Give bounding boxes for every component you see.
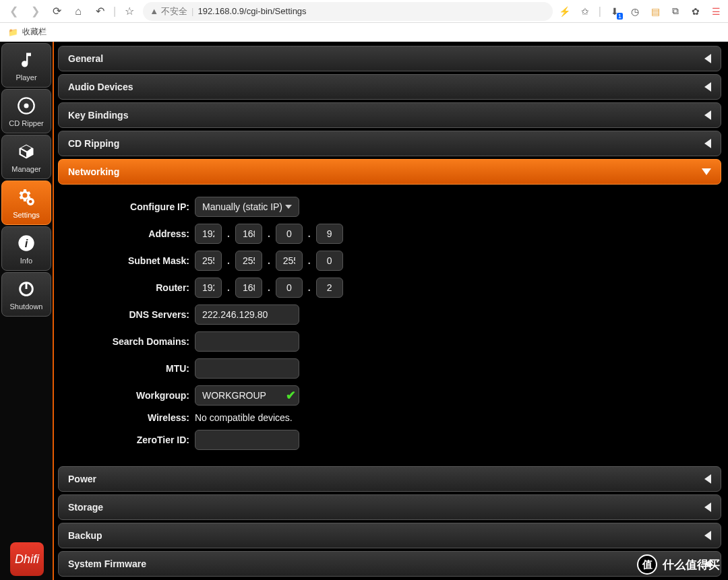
router-label: Router:: [58, 282, 189, 293]
chevron-down-icon: [285, 205, 292, 209]
collapse-icon: [704, 54, 711, 63]
section-networking[interactable]: Networking: [58, 159, 721, 185]
wireless-label: Wireless:: [58, 412, 189, 423]
forward-button[interactable]: ❯: [27, 3, 43, 20]
router-oct-3[interactable]: [276, 278, 303, 298]
address-label: Address:: [58, 228, 189, 239]
screenshot-icon[interactable]: ⧉: [669, 5, 682, 18]
address-oct-4[interactable]: [316, 224, 343, 244]
note-icon[interactable]: ▤: [648, 5, 662, 18]
svg-point-3: [29, 200, 32, 203]
flash-icon[interactable]: ⚡: [558, 5, 572, 18]
bookmarks-folder[interactable]: 收藏栏: [22, 26, 47, 38]
download-icon[interactable]: ⬇1: [608, 5, 621, 18]
section-title: Key Bindings: [68, 110, 128, 121]
networking-form: Configure IP: Manually (static IP) Addre…: [58, 187, 721, 463]
svg-point-1: [24, 104, 29, 108]
menu-icon[interactable]: ☰: [709, 5, 723, 18]
rail-label: Settings: [13, 211, 40, 219]
select-value: Manually (static IP): [202, 201, 282, 212]
section-title: General: [68, 53, 103, 64]
download-count-badge: 1: [617, 13, 623, 20]
dns-input[interactable]: [195, 304, 299, 325]
section-title: Backup: [68, 530, 102, 541]
bookmarks-bar: 📁 收藏栏: [0, 23, 728, 42]
collapse-icon: [704, 531, 711, 540]
undo-nav-button[interactable]: ↶: [92, 3, 108, 20]
section-backup[interactable]: Backup: [58, 523, 721, 548]
home-button[interactable]: ⌂: [70, 3, 86, 20]
section-audio-devices[interactable]: Audio Devices: [58, 74, 721, 100]
section-cd-ripping[interactable]: CD Ripping: [58, 131, 721, 156]
section-title: System Firmware: [68, 558, 146, 569]
mtu-label: MTU:: [58, 363, 189, 374]
dot-sep: .: [268, 228, 270, 239]
router-oct-2[interactable]: [235, 278, 262, 298]
collapse-icon: [704, 110, 711, 120]
section-power[interactable]: Power: [58, 466, 721, 492]
subnet-oct-3[interactable]: [276, 251, 303, 271]
collapse-icon: [704, 503, 711, 512]
configure-ip-label: Configure IP:: [58, 201, 189, 212]
dot-sep: .: [268, 255, 270, 266]
extensions-icon[interactable]: ✿: [689, 5, 702, 18]
zerotier-input[interactable]: [195, 430, 299, 450]
rail-settings[interactable]: Settings: [1, 181, 51, 225]
left-rail: Player CD Ripper Manager Settings i Info…: [0, 42, 54, 580]
collapse-icon: [704, 82, 711, 92]
watermark: 值 什么值得买: [637, 554, 720, 575]
rail-player[interactable]: Player: [1, 43, 51, 88]
section-title: Networking: [68, 166, 119, 177]
search-domains-input[interactable]: [195, 331, 299, 352]
rail-shutdown[interactable]: Shutdown: [1, 272, 51, 317]
router-oct-1[interactable]: [195, 278, 222, 298]
browser-nav-bar: ❮ ❯ ⟳ ⌂ ↶ | ☆ ▲不安全 | 192.168.0.9/cgi-bin…: [0, 0, 728, 23]
section-general[interactable]: General: [58, 46, 721, 71]
gear-icon: [16, 187, 37, 208]
address-bar[interactable]: ▲不安全 | 192.168.0.9/cgi-bin/Settings: [143, 2, 553, 21]
info-icon: i: [16, 232, 37, 254]
subnet-oct-4[interactable]: [316, 251, 343, 271]
section-system-firmware[interactable]: System Firmware: [58, 551, 721, 577]
dot-sep: .: [268, 282, 270, 293]
url-text: 192.168.0.9/cgi-bin/Settings: [198, 6, 306, 16]
section-storage[interactable]: Storage: [58, 494, 721, 520]
mtu-input[interactable]: [195, 358, 299, 379]
music-note-icon: [16, 49, 37, 71]
favorite-add-icon[interactable]: ✩: [578, 5, 592, 18]
section-title: Power: [68, 474, 96, 484]
dot-sep: .: [308, 282, 311, 293]
insecure-label: 不安全: [161, 5, 187, 18]
address-oct-3[interactable]: [276, 224, 303, 244]
rail-manager[interactable]: Manager: [1, 135, 51, 179]
rail-cd-ripper[interactable]: CD Ripper: [1, 89, 51, 133]
power-icon: [16, 278, 37, 300]
rail-info[interactable]: i Info: [1, 226, 51, 271]
back-button[interactable]: ❮: [5, 3, 22, 20]
dns-label: DNS Servers:: [58, 309, 189, 320]
warning-icon: ▲: [150, 6, 158, 16]
hifi-badge: Dhifi: [10, 542, 44, 576]
subnet-oct-1[interactable]: [195, 251, 222, 271]
watermark-icon: 值: [637, 554, 657, 575]
history-icon[interactable]: ◷: [628, 5, 642, 18]
main-content: General Audio Devices Key Bindings CD Ri…: [54, 42, 728, 580]
subnet-label: Subnet Mask:: [58, 255, 189, 266]
collapse-icon: [704, 139, 711, 148]
star-button[interactable]: ☆: [121, 3, 138, 20]
router-oct-4[interactable]: [316, 278, 343, 298]
dot-sep: .: [308, 228, 311, 239]
watermark-text: 什么值得买: [663, 557, 720, 573]
workgroup-label: Workgroup:: [58, 390, 189, 401]
disc-icon: [16, 95, 37, 117]
subnet-oct-2[interactable]: [235, 251, 262, 271]
address-oct-2[interactable]: [235, 224, 262, 244]
collapse-icon: [704, 474, 711, 484]
dot-sep: .: [308, 255, 311, 266]
workgroup-input[interactable]: [195, 385, 299, 406]
configure-ip-select[interactable]: Manually (static IP): [195, 197, 299, 217]
reload-button[interactable]: ⟳: [49, 3, 65, 20]
address-oct-1[interactable]: [195, 224, 222, 244]
rail-label: Info: [20, 257, 32, 265]
section-key-bindings[interactable]: Key Bindings: [58, 102, 721, 128]
